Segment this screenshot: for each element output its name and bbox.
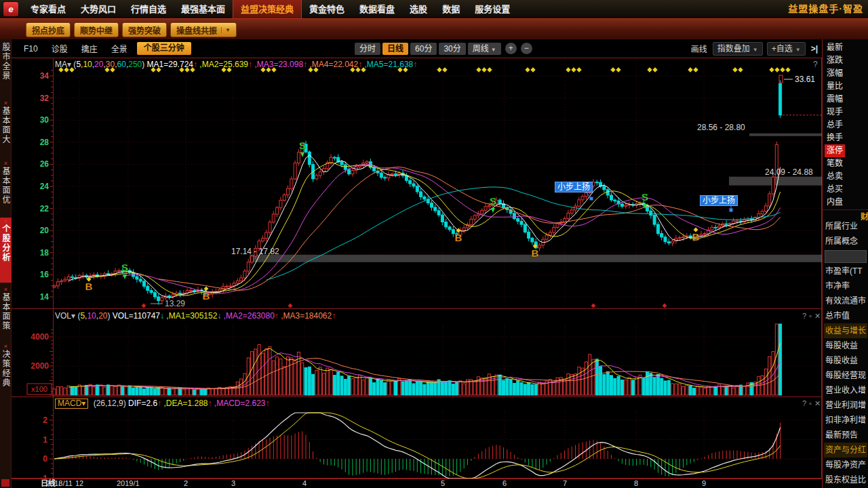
- quote-row-内盘[interactable]: 内盘: [827, 196, 843, 209]
- collapse-panel-icon[interactable]: >|: [811, 44, 818, 54]
- info-row-每股收益[interactable]: 每股收益: [825, 338, 858, 353]
- quote-row-笔数[interactable]: 笔数: [827, 157, 843, 170]
- macd-indicator-header[interactable]: MACD▾ (26,12,9) DIF=2.6↑ ,DEA=1.288↑ ,MA…: [55, 399, 270, 409]
- fin-tab-partial[interactable]: 财: [861, 210, 868, 222]
- svg-text:S: S: [490, 195, 496, 207]
- menu-item-益盟决策经典[interactable]: 益盟决策经典: [233, 0, 302, 18]
- info-row-有效流通市[interactable]: 有效流通市: [825, 293, 866, 308]
- quote-row-震幅[interactable]: 震幅: [827, 93, 843, 106]
- strategy-button-操盘线共振[interactable]: 操盘线共振▼: [170, 22, 237, 37]
- quote-row-总手[interactable]: 总手: [827, 119, 843, 131]
- info-row-总市值[interactable]: 总市值: [825, 308, 850, 323]
- menu-item-数据看盘[interactable]: 数据看盘: [352, 0, 402, 18]
- menu-item-行情自选[interactable]: 行情自选: [123, 0, 174, 18]
- indicator-text: 20: [98, 311, 107, 321]
- info-row-所属概念[interactable]: 所属概念: [825, 234, 858, 249]
- sidebar-tab-个股分析[interactable]: ×个股分析: [0, 218, 12, 283]
- info-row-收益与增长[interactable]: 收益与增长: [824, 323, 867, 338]
- toolbar-item-擒庄[interactable]: 擒庄: [75, 43, 104, 54]
- macd-dropdown[interactable]: MACD▾: [55, 399, 88, 409]
- menu-item-选股[interactable]: 选股: [402, 0, 435, 18]
- menu-item-专家看点[interactable]: 专家看点: [23, 0, 73, 18]
- period-周线[interactable]: 周线▼: [468, 43, 501, 55]
- indicator-text: VOL=110747: [113, 311, 160, 321]
- info-row-股东权益比[interactable]: 股东权益比: [825, 472, 866, 487]
- draw-line-button[interactable]: 画线: [691, 43, 707, 54]
- info-row-扣非净利增[interactable]: 扣非净利增: [825, 413, 866, 428]
- info-row-资产与分红[interactable]: 资产与分红: [824, 443, 867, 458]
- info-row-最新预告[interactable]: 最新预告: [825, 428, 858, 443]
- indicator-text: 250: [128, 60, 142, 69]
- menu-item-数据[interactable]: 数据: [435, 0, 467, 18]
- sidebar-tab-决策经典[interactable]: ×决策经典: [0, 343, 12, 397]
- quote-row-涨停[interactable]: 涨停: [825, 144, 845, 157]
- macd-pane-icons[interactable]: ?▫✕: [802, 399, 823, 408]
- signal-flag-1[interactable]: 小步上扬: [700, 195, 738, 206]
- close-icon[interactable]: ×: [4, 160, 7, 167]
- close-icon[interactable]: ×: [4, 286, 7, 293]
- svg-text:17.14 - 17.82: 17.14 - 17.82: [231, 247, 279, 256]
- info-row-所属行业[interactable]: 所属行业: [825, 219, 858, 234]
- info-row-每股净资产[interactable]: 每股净资产: [825, 458, 866, 472]
- zoom-out-button[interactable]: −: [521, 43, 532, 54]
- info-row-营业收入增[interactable]: 营业收入增: [825, 383, 866, 398]
- strategy-button-强势突破[interactable]: 强势突破: [122, 22, 167, 37]
- menu-item-服务设置[interactable]: 服务设置: [467, 0, 517, 18]
- menu-item-黄金特色[interactable]: 黄金特色: [302, 0, 352, 18]
- sidebar-tab-股市全景[interactable]: 股市全景: [0, 43, 12, 97]
- quote-row-总卖[interactable]: 总卖: [827, 170, 843, 183]
- chevron-down-icon: ▼: [795, 47, 801, 53]
- toolbar-item-F10[interactable]: F10: [17, 44, 45, 54]
- help-icon[interactable]: ?: [813, 60, 818, 69]
- close-icon[interactable]: ×: [4, 343, 7, 350]
- indicator-text: ,MA2=25.639: [197, 60, 248, 69]
- quote-row-最新[interactable]: 最新: [827, 41, 843, 54]
- chevron-down-icon[interactable]: ▼: [221, 27, 231, 33]
- strategy-button-顺势中继[interactable]: 顺势中继: [74, 22, 119, 37]
- period-60分[interactable]: 60分: [410, 43, 437, 55]
- chevron-down-icon: ▼: [753, 47, 758, 53]
- toolbar-item-全景[interactable]: 全景: [104, 43, 134, 54]
- menu-item-大势风口[interactable]: 大势风口: [73, 0, 123, 18]
- close-icon[interactable]: ×: [4, 218, 7, 224]
- quote-row-总买[interactable]: 总买: [827, 183, 843, 196]
- indicator-text: ,DEA=1.288: [161, 399, 208, 408]
- axis-date-4: 4: [302, 479, 307, 488]
- volume-pane-icons[interactable]: ?▫✕: [802, 312, 823, 321]
- quote-row-现手[interactable]: 现手: [827, 106, 843, 119]
- zoom-in-button[interactable]: +: [505, 43, 517, 54]
- sidebar-tab-基本面策[interactable]: ×基本面策: [0, 286, 12, 340]
- indicator-text: VOL: [55, 311, 71, 321]
- stock-3min-button[interactable]: 个股三分钟: [137, 42, 191, 55]
- ma-indicator-header[interactable]: MA▾ (5,10,20,30,60,250) MA1=29.724↑ ,MA2…: [55, 60, 417, 69]
- period-30分[interactable]: 30分: [439, 43, 465, 55]
- indicator-text: ↑: [413, 60, 417, 69]
- dropdown-+自选[interactable]: +自选▼: [767, 42, 806, 56]
- chart-toolbar: F10诊股擒庄全景个股三分钟 分时日线60分30分周线▼+− 画线 指数叠加▼+…: [12, 39, 822, 58]
- sidebar-tab-基本面优[interactable]: ×基本面优: [0, 160, 12, 216]
- menu-item-最强基本面[interactable]: 最强基本面: [174, 0, 233, 18]
- period-分时[interactable]: 分时: [355, 43, 380, 55]
- quote-row-换手[interactable]: 换手: [827, 131, 843, 144]
- quote-row-量比[interactable]: 量比: [827, 80, 843, 93]
- info-row-每股经营现[interactable]: 每股经营现: [825, 368, 866, 383]
- svg-text:24.09 - 24.88: 24.09 - 24.88: [765, 167, 813, 177]
- strategy-buttons: 拐点抄底顺势中继强势突破操盘线共振▼: [26, 22, 240, 37]
- period-日线[interactable]: 日线: [382, 43, 408, 55]
- volume-indicator-header[interactable]: VOL▾ (5,10,20) VOL=110747↓ ,MA1=305152↓ …: [55, 311, 336, 321]
- info-box[interactable]: [825, 250, 867, 263]
- info-row-营业利润增[interactable]: 营业利润增: [825, 398, 866, 413]
- dropdown-指数叠加[interactable]: 指数叠加▼: [713, 42, 763, 56]
- toolbar-item-诊股[interactable]: 诊股: [45, 43, 75, 54]
- app-logo-icon: e: [3, 2, 18, 16]
- info-row-市净率[interactable]: 市净率: [825, 279, 850, 293]
- info-row-市盈率(TT[interactable]: 市盈率(TT: [825, 264, 863, 279]
- quote-row-涨跌[interactable]: 涨跌: [827, 54, 843, 67]
- signal-flag-0[interactable]: 小步上扬: [555, 182, 593, 192]
- sidebar-tab-基本面大[interactable]: ×基本面大: [0, 100, 12, 157]
- strategy-button-拐点抄底[interactable]: 拐点抄底: [26, 22, 71, 37]
- macd-histogram: [54, 423, 781, 477]
- quote-row-涨幅[interactable]: 涨幅: [827, 67, 843, 80]
- close-icon[interactable]: ×: [4, 100, 7, 106]
- info-row-每股收益[interactable]: 每股收益: [825, 353, 858, 368]
